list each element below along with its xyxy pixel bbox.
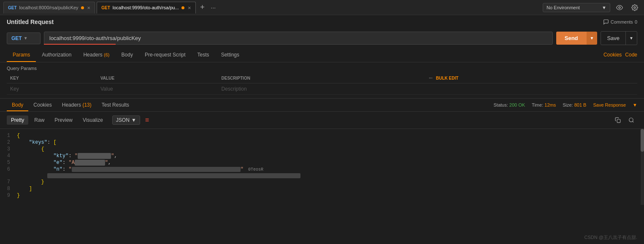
svg-rect-2: [617, 119, 620, 123]
value-input-cell[interactable]: Value: [97, 83, 218, 95]
response-section: Body Cookies Headers (13) Test Results S…: [0, 98, 644, 205]
cookies-link[interactable]: Cookies: [603, 52, 622, 58]
method-selector[interactable]: GET ▼: [7, 32, 41, 44]
save-button[interactable]: Save: [601, 32, 625, 45]
send-button[interactable]: Send: [556, 32, 587, 45]
tab-get-publickey-9999[interactable]: GET localhost:9999/oto-auth/rsa/pu... ×: [97, 2, 195, 13]
response-tabs-bar: Body Cookies Headers (13) Test Results S…: [0, 99, 644, 112]
tab-url-1: localhost:8000/rsa/publicKey: [19, 5, 78, 10]
col-more-header: ··· Bulk Edit: [425, 73, 637, 83]
url-input[interactable]: [44, 32, 553, 45]
method-label: GET: [11, 35, 22, 41]
send-button-group: Send ▼: [556, 32, 598, 45]
comments-button[interactable]: Comments 0: [603, 19, 637, 25]
response-tab-headers[interactable]: Headers (13): [57, 99, 97, 111]
bulk-edit-link[interactable]: Bulk Edit: [436, 76, 458, 80]
tab-body[interactable]: Body: [116, 48, 139, 62]
response-code-area: 1 { 2 "keys": [ 3 { 4 "kty": " ",: [0, 129, 644, 205]
tab-url-2: localhost:9999/oto-auth/rsa/pu...: [113, 5, 179, 10]
method-chevron-icon: ▼: [24, 36, 28, 40]
more-tabs-button[interactable]: ···: [209, 4, 218, 11]
code-line-6b: [0, 173, 644, 179]
copy-button[interactable]: [612, 114, 624, 126]
col-key-header: KEY: [7, 73, 97, 83]
environment-selector[interactable]: No Environment ▼: [543, 3, 610, 12]
tab-tests[interactable]: Tests: [192, 48, 215, 62]
tab-bar: GET localhost:8000/rsa/publicKey × GET l…: [0, 0, 644, 15]
request-nav-tabs: Params Authorization Headers (6) Body Pr…: [0, 48, 644, 62]
response-status-bar: Status: 200 OK Time: 12ms Size: 801 B Sa…: [494, 102, 638, 107]
save-response-button[interactable]: Save Response: [593, 102, 626, 107]
svg-point-1: [634, 7, 636, 8]
url-underline: [44, 44, 116, 45]
code-content-5: "e": "A ",: [17, 160, 644, 166]
line-num-6b: [0, 173, 17, 178]
request-title: Untitled Request: [7, 19, 54, 25]
description-input-cell[interactable]: Description: [218, 83, 637, 95]
status-value: 200 OK: [509, 102, 525, 107]
tab-pre-request-script[interactable]: Pre-request Script: [139, 48, 192, 62]
tab-params[interactable]: Params: [7, 48, 36, 62]
env-selector-label: No Environment: [547, 5, 580, 10]
code-content-1: {: [17, 133, 644, 139]
params-empty-row: Key Value Description: [7, 83, 637, 95]
code-line-8: 8 ]: [0, 185, 644, 192]
wrap-icon[interactable]: ≡: [145, 116, 149, 124]
code-content-3: {: [17, 146, 644, 152]
tab-close-1[interactable]: ×: [87, 5, 91, 11]
save-response-dropdown[interactable]: ▼: [633, 102, 637, 107]
search-button[interactable]: [625, 114, 637, 126]
eye-icon-button[interactable]: [614, 2, 625, 13]
view-visualize-button[interactable]: Visualize: [78, 115, 107, 125]
line-num-9: 9: [0, 193, 17, 198]
request-title-bar: Untitled Request Comments 0: [0, 15, 644, 29]
key-input-cell[interactable]: Key: [7, 83, 97, 95]
code-line-5: 5 "e": "A ",: [0, 159, 644, 166]
tab-authorization[interactable]: Authorization: [36, 48, 77, 62]
col-description-header: DESCRIPTION: [218, 73, 426, 83]
line-num-2: 2: [0, 139, 17, 145]
svg-point-0: [619, 7, 620, 8]
comments-label: Comments: [611, 19, 633, 24]
vertical-scrollbar[interactable]: [641, 129, 644, 205]
code-link[interactable]: Code: [625, 52, 637, 58]
view-pretty-button[interactable]: Pretty: [7, 115, 28, 125]
line-num-7: 7: [0, 179, 17, 185]
method-label-tab2: GET: [101, 5, 110, 10]
code-line-9: 9 }: [0, 192, 644, 199]
more-options-icon[interactable]: ···: [429, 76, 432, 80]
nav-tabs-right: Cookies Code: [603, 52, 637, 58]
line-num-4: 4: [0, 153, 17, 159]
method-label-tab1: GET: [8, 5, 17, 10]
tab-close-2[interactable]: ×: [188, 5, 191, 11]
response-tab-test-results[interactable]: Test Results: [97, 99, 134, 111]
code-line-4: 4 "kty": " ",: [0, 153, 644, 159]
response-tab-cookies[interactable]: Cookies: [28, 99, 57, 111]
response-body-toolbar: Pretty Raw Preview Visualize JSON ▼ ≡: [0, 112, 644, 129]
view-preview-button[interactable]: Preview: [50, 115, 77, 125]
tab-headers[interactable]: Headers (6): [77, 48, 115, 62]
line-num-1: 1: [0, 133, 17, 139]
code-line-6: 6 "n": "" 0TeosR: [0, 166, 644, 173]
add-tab-button[interactable]: +: [198, 3, 208, 13]
url-bar: GET ▼ Send ▼ Save ▼: [0, 29, 644, 48]
chevron-down-icon: ▼: [602, 5, 606, 10]
line-num-3: 3: [0, 146, 17, 152]
settings-icon-button[interactable]: [629, 2, 641, 13]
view-raw-button[interactable]: Raw: [30, 115, 49, 125]
size-label: Size: 801 B: [563, 102, 586, 107]
query-params-title: Query Params: [7, 66, 637, 71]
format-selector[interactable]: JSON ▼: [112, 115, 140, 125]
code-content-9: }: [17, 193, 644, 198]
format-label: JSON: [116, 117, 130, 123]
code-content-2: "keys": [: [17, 139, 644, 145]
tab-get-publickey-8000[interactable]: GET localhost:8000/rsa/publicKey ×: [3, 2, 95, 13]
response-tab-body[interactable]: Body: [7, 99, 28, 111]
tab-dot-2: [181, 6, 184, 9]
save-dropdown-button[interactable]: ▼: [625, 32, 637, 45]
code-content-6: "n": "" 0TeosR: [17, 166, 644, 172]
tab-settings[interactable]: Settings: [215, 48, 245, 62]
send-dropdown-button[interactable]: ▼: [587, 32, 598, 45]
status-label: Status: 200 OK: [494, 102, 525, 107]
line-num-6: 6: [0, 166, 17, 172]
